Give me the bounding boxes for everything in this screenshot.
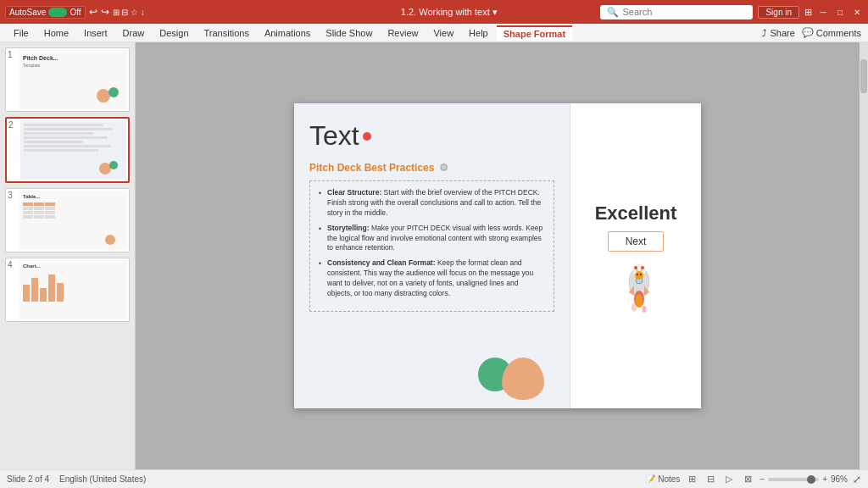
- deco-circle-green-1: [108, 87, 119, 97]
- slide-thumb-3[interactable]: 3 Table...: [5, 188, 130, 252]
- comments-icon: 💬: [802, 27, 814, 38]
- zoom-control: − + 96%: [760, 474, 848, 484]
- signin-button[interactable]: Sign in: [758, 6, 799, 19]
- slide-num-1: 1: [8, 50, 16, 59]
- slide-num-2: 2: [8, 120, 17, 130]
- tab-shape-format[interactable]: Shape Format: [497, 25, 572, 41]
- zoom-level: 96%: [831, 474, 848, 484]
- app-body: 1 Pitch Deck... Template 2: [0, 42, 868, 469]
- deco-circle-3: [105, 235, 115, 245]
- titlebar-left: AutoSave Off ↩ ↪ ⊞ ⊟ ☆ ↓: [5, 6, 298, 19]
- statusbar: Slide 2 of 4 English (United States) 📝 N…: [0, 469, 868, 488]
- zoom-in-icon[interactable]: +: [822, 474, 827, 484]
- slide-left-content: Text Pitch Deck Best Practices ⚙ • Clear…: [294, 103, 570, 408]
- deco-circle-orange: [502, 358, 544, 400]
- rocket-illustration: [602, 258, 670, 309]
- deco-circle-green-2: [109, 161, 118, 169]
- settings-icon[interactable]: ⚙: [439, 162, 448, 174]
- svg-point-8: [637, 274, 638, 275]
- zoom-out-icon[interactable]: −: [760, 474, 765, 484]
- tab-draw[interactable]: Draw: [116, 26, 152, 40]
- svg-point-6: [636, 294, 643, 308]
- search-icon: 🔍: [607, 7, 619, 18]
- slide-thumb-1[interactable]: 1 Pitch Deck... Template: [5, 47, 130, 112]
- svg-point-15: [643, 306, 647, 313]
- autosave-toggle[interactable]: [48, 8, 67, 17]
- current-slide: Text Pitch Deck Best Practices ⚙ • Clear…: [294, 103, 701, 408]
- slide-thumb-4[interactable]: 4 Chart...: [5, 258, 130, 322]
- tab-animations[interactable]: Animations: [258, 26, 317, 40]
- slide-container: Text Pitch Deck Best Practices ⚙ • Clear…: [136, 42, 860, 469]
- share-icon: ⤴: [762, 28, 767, 38]
- minimize-button[interactable]: ─: [817, 6, 829, 18]
- slide-num-3: 3: [8, 191, 16, 200]
- slide-title: Text: [309, 120, 554, 152]
- undo-icon[interactable]: ↩: [89, 6, 97, 18]
- tab-help[interactable]: Help: [462, 26, 495, 40]
- ribbon-tabs: File Home Insert Draw Design Transitions…: [0, 24, 868, 42]
- tab-home[interactable]: Home: [37, 26, 75, 40]
- bullet-item-3: • Consistency and Clean Format: Keep the…: [319, 258, 545, 299]
- scroll-thumb[interactable]: [860, 59, 867, 93]
- title-dot: [363, 132, 371, 141]
- excellent-label: Excellent: [595, 202, 677, 225]
- slide-right-panel: Excellent Next: [570, 103, 701, 408]
- search-input[interactable]: [622, 7, 741, 17]
- slide-thumb-2[interactable]: 2: [5, 117, 130, 183]
- fit-to-window-icon[interactable]: ⤢: [853, 474, 861, 485]
- close-button[interactable]: ✕: [851, 6, 863, 18]
- titlebar-right: Sign in ⊞ ─ □ ✕: [758, 6, 863, 19]
- chart-preview: [23, 272, 124, 302]
- svg-point-11: [634, 266, 637, 269]
- svg-point-13: [641, 266, 644, 269]
- tab-view[interactable]: View: [426, 26, 460, 40]
- bullet-text-box[interactable]: • Clear Structure: Start with the brief …: [309, 180, 554, 312]
- title-bar: AutoSave Off ↩ ↪ ⊞ ⊟ ☆ ↓ 1.2. Working wi…: [0, 0, 868, 24]
- tab-insert[interactable]: Insert: [77, 26, 114, 40]
- language: English (United States): [59, 474, 146, 484]
- tab-file[interactable]: File: [7, 26, 36, 40]
- tab-transitions[interactable]: Transitions: [198, 26, 256, 40]
- bullet-item-2: • Storytelling: Make your PITCH DECK vis…: [319, 224, 545, 254]
- zoom-thumb: [807, 475, 815, 484]
- main-area: Text Pitch Deck Best Practices ⚙ • Clear…: [136, 42, 860, 469]
- notes-icon[interactable]: 📝 Notes: [645, 474, 680, 484]
- autosave-badge[interactable]: AutoSave Off: [5, 6, 86, 19]
- slide-num-4: 4: [8, 260, 16, 269]
- slide-preview-2: [20, 120, 126, 180]
- slide-panel: 1 Pitch Deck... Template 2: [0, 42, 136, 469]
- ribbon-actions: ⤴ Share 💬 Comments: [762, 27, 861, 38]
- zoom-slider[interactable]: [768, 478, 819, 481]
- next-button[interactable]: Next: [608, 231, 665, 252]
- tab-slideshow[interactable]: Slide Show: [319, 26, 379, 40]
- slide-sorter-button[interactable]: ⊟: [704, 473, 717, 486]
- normal-view-button[interactable]: ⊞: [685, 473, 698, 486]
- deco-circles: [478, 358, 544, 400]
- comments-button[interactable]: 💬 Comments: [802, 27, 861, 38]
- practices-heading: Pitch Deck Best Practices ⚙: [309, 162, 554, 174]
- svg-point-9: [640, 274, 642, 275]
- share-button[interactable]: ⤴ Share: [762, 28, 794, 38]
- svg-point-7: [635, 271, 643, 280]
- tab-review[interactable]: Review: [381, 26, 425, 40]
- quick-access: ⊞ ⊟ ☆ ↓: [113, 8, 145, 17]
- window-icon: ⊞: [804, 7, 812, 18]
- presenter-view-button[interactable]: ⊠: [741, 473, 754, 486]
- tab-design[interactable]: Design: [153, 26, 195, 40]
- slide-preview-1: Pitch Deck... Template: [19, 50, 127, 109]
- reading-view-button[interactable]: ▷: [722, 473, 736, 486]
- bullet-item-1: • Clear Structure: Start with the brief …: [319, 188, 545, 219]
- slide-info: Slide 2 of 4: [7, 474, 49, 484]
- redo-icon[interactable]: ↪: [101, 6, 109, 18]
- autosave-label: AutoSave: [9, 8, 46, 17]
- file-title: 1.2. Working with text ▾: [303, 7, 595, 18]
- statusbar-right: 📝 Notes ⊞ ⊟ ▷ ⊠ − + 96% ⤢: [645, 473, 861, 486]
- slide-preview-4: Chart...: [19, 260, 127, 319]
- svg-point-14: [632, 303, 637, 312]
- maximize-button[interactable]: □: [834, 6, 846, 18]
- slide-preview-3: Table...: [19, 191, 127, 250]
- autosave-state: Off: [70, 8, 81, 17]
- right-scrollbar[interactable]: [860, 42, 868, 469]
- search-bar[interactable]: 🔍: [600, 5, 753, 19]
- rocket-svg: [602, 258, 670, 313]
